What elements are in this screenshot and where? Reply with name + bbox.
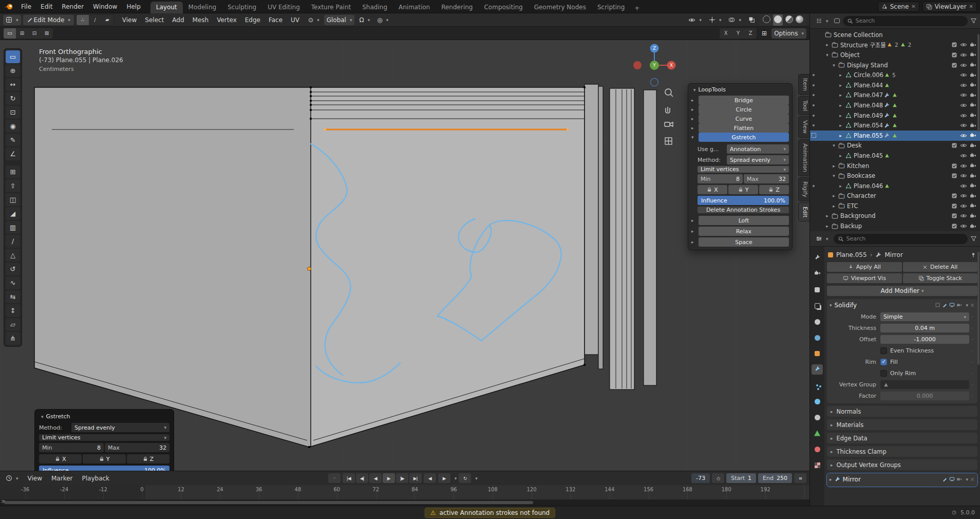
workspace-tab-compositing[interactable]: Compositing (478, 2, 528, 13)
viewport-menu-view[interactable]: View (118, 15, 141, 25)
viewport-menu-uv[interactable]: UV (287, 15, 304, 25)
lock-y-button[interactable]: Y (83, 454, 125, 464)
expand-icon[interactable]: ▸ (824, 42, 831, 47)
hide-viewport-eye-icon[interactable] (959, 202, 968, 210)
menu-help[interactable]: Help (122, 2, 145, 12)
tool-cursor-icon[interactable]: ⊕ (6, 64, 20, 77)
outliner-row-plane-046[interactable]: ▸Plane.046 (810, 181, 980, 191)
mirror-x-toggle[interactable]: X (720, 28, 732, 39)
space-button[interactable]: Space (699, 237, 789, 247)
workspace-tab-rendering[interactable]: Rendering (436, 2, 478, 13)
hide-render-camera-icon[interactable] (968, 132, 977, 139)
timeline-scrollbar[interactable]: ≫ (0, 499, 809, 506)
expand-icon[interactable]: ▸ (824, 213, 831, 218)
workspace-tab-animation[interactable]: Animation (393, 2, 436, 13)
hide-viewport-eye-icon[interactable] (959, 71, 968, 79)
face-select-mode-icon[interactable]: ▰ (101, 15, 114, 25)
outliner-row-etc[interactable]: ▸ETC (810, 201, 980, 211)
sidebar-tab-view[interactable]: View (798, 116, 809, 138)
hide-render-camera-icon[interactable] (968, 152, 977, 159)
mirror-modifier-header[interactable]: ▸ Mirror ▾ (827, 473, 977, 485)
even-thickness-checkbox[interactable] (880, 347, 887, 354)
tool-scale-icon[interactable]: ⊡ (6, 106, 20, 119)
animate-property-dot[interactable]: · (969, 325, 975, 331)
expand-icon[interactable]: ▸ (691, 239, 696, 245)
bridge-button[interactable]: Bridge (699, 96, 789, 105)
workspace-tab-shading[interactable]: Shading (356, 2, 393, 13)
sidebar-tab-item[interactable]: Item (798, 74, 809, 95)
gstretch-redo-header[interactable]: ▾ Gstretch (39, 413, 169, 421)
properties-tab-world-icon[interactable] (812, 332, 823, 343)
workspace-tab-geometry-nodes[interactable]: Geometry Nodes (529, 2, 592, 13)
filter-funnel-icon[interactable] (970, 17, 977, 24)
exclude-checkbox-icon[interactable] (950, 42, 959, 48)
properties-tab-scene-icon[interactable] (812, 317, 823, 327)
min-vertices-field[interactable]: Min8 (39, 443, 104, 452)
tool-shrink-fatten-icon[interactable]: ↕ (6, 304, 20, 317)
exclude-checkbox-icon[interactable] (950, 213, 959, 219)
jump-to-end-button[interactable]: ▶| (409, 473, 422, 483)
tool-rip-region-icon[interactable]: ⋔ (6, 332, 20, 345)
expand-icon[interactable]: ▸ (831, 193, 837, 198)
keying-set-icon[interactable]: ◇ (712, 473, 724, 483)
use-guide-dropdown[interactable]: Annotation▾ (727, 144, 789, 154)
expand-icon[interactable]: ▸ (837, 103, 844, 108)
viewport-menu-vertex[interactable]: Vertex (213, 15, 241, 25)
frame-jump-dropdown-icon[interactable]: ▾ (455, 476, 457, 481)
method-dropdown[interactable]: Spread evenly▾ (727, 155, 789, 164)
show-gizmo-toggle[interactable]: ▾ (706, 15, 724, 25)
menu-render[interactable]: Render (57, 2, 88, 12)
hide-viewport-eye-icon[interactable] (959, 41, 968, 48)
tool-measure-icon[interactable]: ∠ (6, 147, 20, 160)
exclude-checkbox-icon[interactable] (950, 163, 959, 169)
animate-property-dot[interactable]: · (969, 337, 975, 342)
scrollbar-thumb[interactable] (4, 501, 533, 504)
hide-viewport-eye-icon[interactable] (959, 172, 968, 179)
expand-icon[interactable]: ▸ (837, 72, 844, 78)
exclude-checkbox-icon[interactable] (950, 193, 959, 199)
tool-extrude-region-icon[interactable]: ⇧ (6, 179, 20, 192)
hide-viewport-eye-icon[interactable] (959, 62, 968, 69)
tool-inset-faces-icon[interactable]: ◫ (6, 193, 20, 206)
properties-tab-modifiers-icon[interactable] (812, 364, 823, 375)
lock-y-button[interactable]: Y (728, 185, 758, 194)
workspace-tab-layout[interactable]: Layout (150, 2, 183, 13)
options-dropdown[interactable]: Options▾ (771, 28, 806, 39)
mirror-z-toggle[interactable]: Z (744, 28, 757, 39)
tool-spin-icon[interactable]: ↺ (6, 263, 20, 275)
animate-property-dot[interactable]: · (969, 370, 975, 376)
circle-button[interactable]: Circle (699, 105, 789, 114)
limit-vertices-dropdown[interactable]: Limit vertices▾ (698, 166, 789, 173)
hide-render-camera-icon[interactable] (968, 42, 977, 48)
snap-grid-icon[interactable]: ⊞ (759, 28, 769, 39)
animate-property-dot[interactable]: · (969, 348, 975, 354)
expand-icon[interactable]: ▸ (837, 83, 844, 88)
expand-icon[interactable]: ▸ (837, 113, 844, 118)
influence-slider[interactable]: Influence 100.0% (698, 196, 789, 205)
hide-render-camera-icon[interactable] (968, 51, 977, 58)
tool-knife-icon[interactable]: ∕ (6, 235, 20, 248)
gizmo-x-negative[interactable] (633, 61, 642, 69)
sidebar-tab-animation[interactable]: Animation (798, 139, 809, 176)
animate-property-dot[interactable]: · (969, 314, 975, 320)
outliner-row-character[interactable]: ▸Character (810, 191, 980, 201)
next-keyframe-button[interactable]: |▶ (396, 473, 408, 483)
animate-property-dot[interactable]: · (969, 359, 975, 365)
collapse-icon[interactable]: ▾ (831, 143, 837, 148)
expand-icon[interactable]: ▸ (830, 477, 832, 482)
hide-viewport-eye-icon[interactable] (959, 152, 968, 159)
unlink-scene-icon[interactable]: ✕ (911, 4, 915, 9)
outliner-row-scene-collection[interactable]: Scene Collection (810, 30, 980, 40)
properties-tab-tool-icon[interactable] (812, 253, 823, 263)
properties-search[interactable] (834, 234, 968, 244)
hide-render-camera-icon[interactable] (968, 112, 977, 119)
playback-sync-button[interactable]: ↻ (459, 473, 471, 483)
collapse-icon[interactable]: ▾ (831, 63, 837, 68)
outliner-row-plane-048[interactable]: ▸Plane.048 (810, 100, 980, 110)
remove-viewlayer-icon[interactable]: ✕ (969, 4, 973, 9)
timeline-editor-button[interactable]: ▾ (3, 473, 21, 484)
looptools-panel-header[interactable]: ▾ LoopTools (691, 86, 789, 94)
hide-render-camera-icon[interactable] (968, 182, 977, 189)
menu-file[interactable]: File (16, 2, 36, 12)
timeline-options-icon[interactable]: ≡ (794, 473, 806, 483)
